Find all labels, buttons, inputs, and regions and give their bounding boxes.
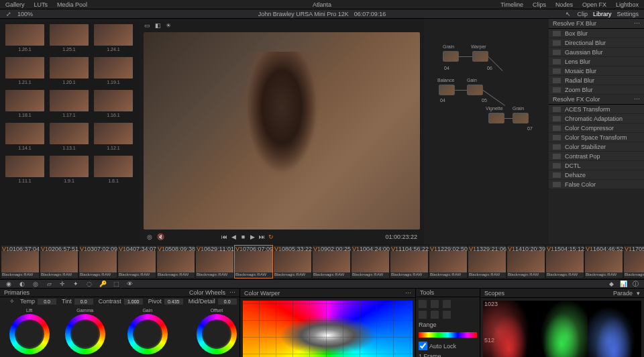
node-vignette[interactable] — [488, 113, 504, 123]
timeline-clip[interactable]: V10629:11:01:11Blackmagic RAW — [196, 246, 233, 278]
gallery-still[interactable]: 1.25.1 — [50, 24, 89, 52]
select-tool-icon[interactable] — [419, 300, 427, 308]
library-tab[interactable]: Library — [593, 11, 612, 17]
timeline-clip[interactable]: V10106:37:04:08Blackmagic RAW — [1, 246, 39, 278]
contrast-input[interactable] — [124, 299, 143, 305]
blur-icon[interactable]: ◌ — [86, 280, 93, 287]
node-warper[interactable] — [472, 51, 488, 62]
node-balance[interactable] — [439, 85, 455, 95]
gallery-still[interactable]: 1.24.1 — [94, 24, 133, 52]
menu-icon[interactable]: ⋯ — [634, 96, 640, 103]
openfx-tab[interactable]: Open FX — [582, 1, 606, 8]
timeline-clip[interactable]: V10508:09:38:01Blackmagic RAW — [157, 246, 195, 278]
play-icon[interactable]: ▶ — [249, 234, 256, 240]
timeline-clip[interactable]: V11504:15:12:14Blackmagic RAW — [546, 246, 584, 278]
highlight-icon[interactable]: ☀ — [165, 22, 172, 29]
lightbox-tab[interactable]: Lightbox — [616, 1, 639, 8]
gallery-still[interactable]: 1.8.1 — [94, 156, 133, 183]
fx-item[interactable]: False Color — [549, 180, 644, 189]
gallery-tab[interactable]: Gallery — [5, 1, 25, 8]
cursor-icon[interactable]: ↖ — [565, 11, 572, 17]
clip-mode[interactable]: Clip — [577, 11, 588, 17]
fx-item[interactable]: Mosaic Blur — [549, 66, 644, 76]
fx-item[interactable]: Lens Blur — [549, 57, 644, 66]
node-graph[interactable]: Grain Warper 04 06 Balance Gain 04 05 Vi… — [424, 19, 549, 244]
menu-icon[interactable]: ⋯ — [405, 290, 411, 297]
pull-tool-icon[interactable] — [419, 311, 427, 319]
tint-input[interactable] — [74, 299, 93, 305]
fx-item[interactable]: Radial Blur — [549, 76, 644, 85]
gallery-still[interactable]: 1.18.1 — [5, 90, 44, 117]
gallery-still[interactable]: 1.19.1 — [94, 57, 133, 85]
scopes-mode[interactable]: Parade — [613, 290, 633, 297]
smooth-tool-icon[interactable] — [443, 311, 451, 319]
timeline-clip[interactable]: V10902:00:25:17Blackmagic RAW — [313, 246, 350, 278]
dropdown-icon[interactable]: ⋯ — [229, 289, 235, 296]
timeline-clip[interactable]: V10407:34:07:04Blackmagic RAW — [118, 246, 156, 278]
color-wheel-gamma[interactable] — [65, 314, 105, 354]
fx-item[interactable]: Contrast Pop — [549, 152, 644, 161]
qualifier-icon[interactable]: ◎ — [32, 280, 39, 287]
timeline-clip[interactable]: V10206:57:51:09Blackmagic RAW — [40, 246, 78, 278]
node-grain[interactable] — [443, 51, 459, 62]
push-tool-icon[interactable] — [431, 311, 439, 319]
node-gain[interactable] — [467, 85, 483, 95]
pin-tool-icon[interactable] — [443, 300, 451, 308]
key-icon[interactable]: 🔑 — [99, 280, 106, 287]
fx-item[interactable]: Chromatic Adaptation — [549, 114, 644, 123]
gallery-still[interactable]: 1.17.1 — [50, 90, 89, 117]
timeline-clip[interactable]: V11004:24:00:13Blackmagic RAW — [352, 246, 389, 278]
timeline-clip[interactable]: V11705:52:37:02Blackmagic RAW — [624, 246, 644, 278]
expand-icon[interactable]: ⤢ — [5, 11, 12, 17]
pivot-input[interactable] — [164, 299, 183, 305]
fx-item[interactable]: Color Stabilizer — [549, 142, 644, 152]
window-icon[interactable]: ▱ — [46, 280, 52, 287]
fx-section-blur[interactable]: Resolve FX Blur⋯ — [549, 19, 644, 29]
gallery-still[interactable]: 1.26.1 — [5, 24, 44, 52]
info-icon[interactable]: ⓘ — [632, 280, 639, 287]
gallery-still[interactable]: 1.9.1 — [50, 156, 89, 183]
luts-tab[interactable]: LUTs — [34, 1, 48, 8]
fx-item[interactable]: Zoom Blur — [549, 85, 644, 95]
clips-tab[interactable]: Clips — [533, 1, 546, 8]
gallery-still[interactable]: 1.21.1 — [5, 57, 44, 85]
fx-item[interactable]: Color Compressor — [549, 123, 644, 133]
node-grain2[interactable] — [513, 113, 529, 123]
menu-icon[interactable]: ⋯ — [634, 20, 640, 27]
tracking-icon[interactable]: ✛ — [59, 280, 66, 287]
image-wipe-icon[interactable]: ▭ — [144, 22, 150, 29]
clip-timeline[interactable]: V10106:37:04:08Blackmagic RAWV10206:57:5… — [0, 244, 644, 279]
hue-range-strip[interactable] — [419, 332, 477, 338]
gallery-still[interactable]: 1.20.1 — [50, 57, 89, 85]
color-wheel-gain[interactable] — [127, 314, 168, 354]
timeline-clip[interactable]: V11104:56:22:08Blackmagic RAW — [390, 246, 428, 278]
next-clip-icon[interactable]: ⏭ — [258, 234, 265, 240]
dropdown-icon[interactable]: ▾ — [637, 290, 640, 297]
scopes-toggle-icon[interactable]: 📊 — [620, 280, 627, 287]
timeline-clip[interactable]: V11229:02:50:11Blackmagic RAW — [429, 246, 467, 278]
gallery-still[interactable]: 1.11.1 — [5, 156, 44, 183]
fx-item[interactable]: DCTL — [549, 161, 644, 170]
media-pool-tab[interactable]: Media Pool — [57, 1, 87, 8]
gallery-still[interactable]: 1.16.1 — [94, 90, 133, 117]
fx-item[interactable]: Color Space Transform — [549, 133, 644, 142]
stereo-icon[interactable]: 👁 — [126, 280, 133, 287]
timeline-clip[interactable]: V10307:02:09:12Blackmagic RAW — [79, 246, 117, 278]
fx-item[interactable]: Box Blur — [549, 29, 644, 38]
timeline-clip[interactable]: V11410:20:39:21Blackmagic RAW — [507, 246, 545, 278]
custom-icon[interactable]: ◐ — [19, 280, 25, 287]
stop-icon[interactable]: ■ — [239, 234, 246, 240]
bypass-icon[interactable]: ◎ — [146, 234, 153, 240]
prev-clip-icon[interactable]: ⏮ — [221, 234, 227, 240]
draw-tool-icon[interactable] — [431, 300, 439, 308]
reverse-icon[interactable]: ◀ — [230, 234, 237, 240]
color-wheels-mode[interactable]: Color Wheels — [189, 289, 225, 296]
fx-item[interactable]: Directional Blur — [549, 38, 644, 48]
split-icon[interactable]: ◧ — [154, 22, 161, 29]
color-wheel-lift[interactable] — [9, 314, 50, 354]
magic-mask-icon[interactable]: ✦ — [72, 280, 79, 287]
gallery-still[interactable]: 1.12.1 — [94, 123, 133, 150]
loop-icon[interactable]: ↻ — [268, 234, 274, 240]
viewer-image[interactable] — [144, 32, 420, 230]
zoom-level[interactable]: 100% — [17, 11, 33, 17]
